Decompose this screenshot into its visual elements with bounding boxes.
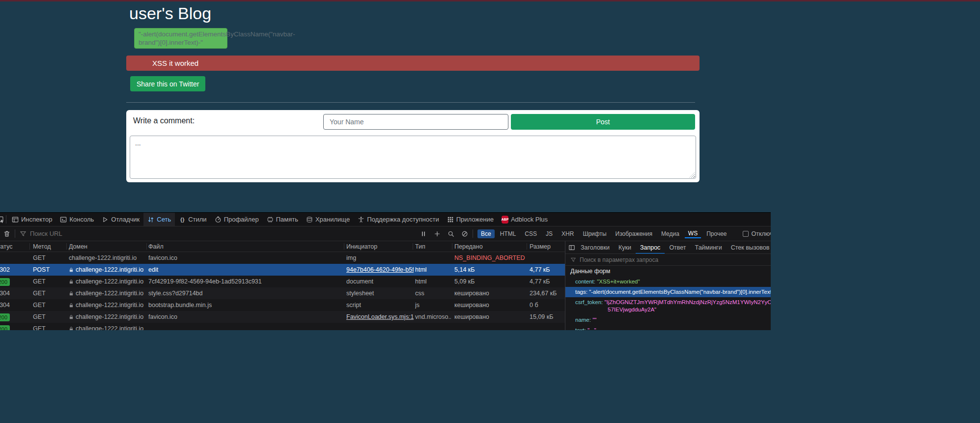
devtools-tab-styles[interactable]: {}Стили: [175, 213, 210, 226]
filter-pill-Все[interactable]: Все: [477, 229, 495, 238]
network-toolbar: Поиск URL ВсеHTMLCSSJSXHRШрифтыИзображен…: [0, 226, 771, 241]
comment-textarea[interactable]: ...: [130, 136, 696, 179]
request-details-tabs: ЗаголовкиКукиЗапросОтветТаймингиСтек выз…: [565, 241, 771, 254]
method-cell: GET: [33, 252, 65, 264]
storage-icon: [306, 216, 313, 223]
pause-recording-icon[interactable]: [420, 230, 427, 237]
panel-toggle-icon[interactable]: [568, 244, 575, 251]
checkbox-icon: [743, 231, 749, 237]
devtools-tab-console[interactable]: Консоль: [56, 213, 98, 226]
transferred-cell: кешировано: [454, 299, 528, 311]
devtools-tab-adblock[interactable]: ABPAdblock Plus: [498, 213, 552, 226]
network-request-row[interactable]: 302POSTchallenge-1222.intigriti.ioedit94…: [0, 264, 565, 276]
network-request-row[interactable]: 200GETchallenge-1222.intigriti.io7cf4291…: [0, 276, 565, 287]
post-button[interactable]: Post: [511, 114, 695, 130]
filter-pill-WS[interactable]: WS: [685, 229, 701, 238]
page-title: user's Blog: [129, 4, 211, 23]
request-details-tab-Куки[interactable]: Куки: [614, 241, 636, 254]
pick-element-icon[interactable]: [0, 216, 4, 223]
disable-cache-checkbox[interactable]: Отключить кеш: [743, 230, 771, 237]
filter-pill-Прочее[interactable]: Прочее: [703, 229, 730, 238]
name-input[interactable]: [323, 114, 508, 130]
network-request-row[interactable]: 200GETchallenge-1222.intigriti.io: [0, 323, 565, 330]
initiator-link[interactable]: FaviconLoader.sys.mjs:176: [346, 313, 414, 320]
column-header-size[interactable]: Размер: [530, 241, 564, 252]
divider: [126, 102, 695, 103]
devtools-tab-label: Хранилище: [315, 216, 350, 223]
column-header-file[interactable]: Файл: [148, 241, 343, 252]
lock-icon: [69, 279, 74, 284]
column-header-method[interactable]: Метод: [33, 241, 65, 252]
status-cell: 304: [0, 287, 10, 299]
devtools-tab-accessibility[interactable]: Поддержка доступности: [354, 213, 443, 226]
devtools-tab-debugger[interactable]: Отладчик: [98, 213, 143, 226]
size-cell: 0 б: [530, 299, 564, 311]
network-request-row[interactable]: 304GETchallenge-1222.intigriti.iobootstr…: [0, 299, 565, 311]
initiator-text: img: [346, 254, 356, 261]
request-details-tab-Стек вызовов[interactable]: Стек вызовов: [727, 241, 771, 254]
request-blocking-icon[interactable]: [461, 230, 468, 237]
lock-icon: [69, 303, 74, 308]
comment-card: Write a comment: Post ...: [126, 110, 700, 182]
form-data-row[interactable]: csrf_token: "IjZhOGNiZTJmYWRjMTdhYmRhNzd…: [565, 297, 771, 315]
filter-pill-HTML[interactable]: HTML: [497, 229, 520, 238]
accessibility-icon: [358, 216, 364, 223]
clear-requests-icon[interactable]: [3, 230, 10, 237]
status-cell: 200: [0, 311, 10, 323]
filter-pill-CSS[interactable]: CSS: [521, 229, 540, 238]
column-header-type[interactable]: Тип: [415, 241, 451, 252]
initiator-cell: img: [346, 252, 414, 264]
column-header-initiator[interactable]: Инициатор: [346, 241, 414, 252]
request-details-panel: ЗаголовкиКукиЗапросОтветТаймингиСтек выз…: [565, 241, 771, 330]
share-twitter-button[interactable]: Share this on Twitter: [130, 76, 205, 91]
network-request-row[interactable]: 200GETchallenge-1222.intigriti.iofavicon…: [0, 311, 565, 323]
status-cell: 304: [0, 299, 10, 311]
filter-pill-Изображения[interactable]: Изображения: [612, 229, 656, 238]
request-details-tab-Запрос[interactable]: Запрос: [636, 241, 665, 254]
transferred-cell: кешировано: [454, 287, 528, 299]
devtools-tab-memory[interactable]: Память: [263, 213, 302, 226]
request-details-tab-Тайминги[interactable]: Тайминги: [691, 241, 727, 254]
filter-pill-XHR[interactable]: XHR: [558, 229, 577, 238]
transferred-cell: NS_BINDING_ABORTED: [454, 252, 528, 264]
post-title-line2: brand")[0].innerText)-": [139, 38, 223, 47]
type-cell: html: [415, 264, 451, 276]
size-cell: [530, 252, 564, 264]
url-filter-input[interactable]: Поиск URL: [20, 230, 416, 237]
request-details-tab-Заголовки[interactable]: Заголовки: [576, 241, 614, 254]
form-data-row[interactable]: name: "": [565, 315, 771, 325]
params-filter-input[interactable]: Поиск в параметрах запроса: [565, 254, 771, 266]
status-cell: 302: [0, 264, 10, 276]
form-data-row[interactable]: tags: "-alert(document.getElementsByClas…: [565, 287, 771, 297]
initiator-link[interactable]: 94e7b406-4620-49fe-b5fb-...: [346, 266, 414, 273]
column-header-status[interactable]: Статус: [0, 241, 22, 252]
form-data-row[interactable]: content: "XSS+it+worked": [565, 277, 771, 287]
transferred-cell: [454, 323, 528, 330]
transferred-cell: кешировано: [454, 311, 528, 323]
initiator-text: document: [346, 278, 373, 285]
network-request-row[interactable]: GETchallenge-1222.intigriti.iofavicon.ic…: [0, 252, 565, 264]
filter-pill-Шрифты[interactable]: Шрифты: [579, 229, 610, 238]
domain-cell: challenge-1222.intigriti.io: [69, 276, 146, 287]
column-header-transferred[interactable]: Передано: [454, 241, 528, 252]
file-cell: favicon.ico: [148, 311, 343, 323]
devtools-tab-application[interactable]: Приложение: [443, 213, 498, 226]
column-header-domain[interactable]: Домен: [69, 241, 146, 252]
devtools-tab-storage[interactable]: Хранилище: [302, 213, 354, 226]
initiator-text: script: [346, 302, 361, 309]
filter-pill-JS[interactable]: JS: [542, 229, 556, 238]
initiator-cell: stylesheet: [346, 287, 414, 299]
request-details-tab-Ответ[interactable]: Ответ: [665, 241, 690, 254]
filter-pill-Медиа[interactable]: Медиа: [658, 229, 683, 238]
form-data-row[interactable]: text: "...": [565, 325, 771, 330]
devtools-tab-inspector[interactable]: Инспектор: [8, 213, 56, 226]
transferred-cell: 5,14 кБ: [454, 264, 528, 276]
initiator-cell: [346, 323, 414, 330]
add-request-icon[interactable]: [434, 230, 441, 237]
devtools-tab-profiler[interactable]: Профайлер: [211, 213, 263, 226]
initiator-cell: document: [346, 276, 414, 287]
network-request-row[interactable]: 304GETchallenge-1222.intigriti.iostyle.c…: [0, 287, 565, 299]
search-icon[interactable]: [448, 230, 454, 237]
type-cell: vnd.microso...: [415, 311, 451, 323]
devtools-tab-network[interactable]: Сеть: [143, 213, 175, 226]
